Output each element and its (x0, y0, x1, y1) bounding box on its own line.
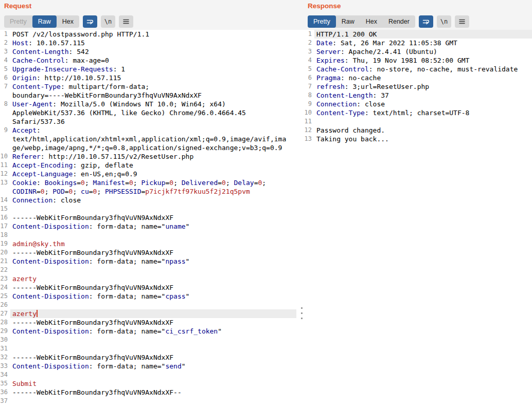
code-line: 2Date: Sat, 26 Mar 2022 11:05:38 GMT (304, 39, 532, 47)
response-tab-pretty[interactable]: Pretty (308, 15, 336, 28)
code-text: Content-Disposition: form-data; name="cp… (10, 292, 296, 301)
line-number: 17 (0, 222, 10, 231)
code-line: 13Taking you back... (304, 135, 532, 143)
code-text: ge/webp,image/apng,*/*;q=0.8,application… (10, 143, 296, 152)
code-line: AppleWebKit/537.36 (KHTML, like Gecko) C… (0, 108, 296, 117)
response-editor[interactable]: 1HTTP/1.1 200 OK2Date: Sat, 26 Mar 2022 … (304, 30, 532, 407)
request-title: Request (4, 2, 31, 10)
code-line: 12Password changed. (304, 126, 532, 135)
code-line: 28------WebKitFormBoundary3fhqVuVN9AxNdx… (0, 318, 296, 327)
request-tabbar: PrettyRawHex \n (4, 15, 133, 28)
code-text: Submit (10, 379, 296, 388)
code-line: 33Content-Disposition: form-data; name="… (0, 362, 296, 371)
code-text: User-Agent: Mozilla/5.0 (Windows NT 10.0… (10, 100, 296, 108)
code-text: azerty (10, 274, 296, 283)
code-text: Accept: (10, 126, 296, 135)
code-line: 21Content-Disposition: form-data; name="… (0, 257, 296, 266)
code-line: 7refresh: 3;url=ResetUser.php (304, 82, 532, 91)
code-text: Content-Disposition: form-data; name="un… (10, 222, 296, 231)
panel-splitter[interactable] (296, 30, 304, 407)
code-text: Content-Length: 37 (314, 91, 532, 100)
response-tab-render[interactable]: Render (383, 15, 415, 28)
response-tab-raw[interactable]: Raw (336, 15, 360, 28)
line-number: 10 (304, 108, 314, 117)
line-number: 11 (304, 117, 314, 126)
code-line: 3Server: Apache/2.4.41 (Ubuntu) (304, 47, 532, 56)
code-line: 16------WebKitFormBoundary3fhqVuVN9AxNdx… (0, 213, 296, 222)
line-number: 10 (0, 152, 10, 161)
response-title: Response (308, 2, 341, 10)
code-line: text/html,application/xhtml+xml,applicat… (0, 135, 296, 143)
code-line: 15 (0, 205, 296, 213)
line-number: 37 (0, 397, 10, 405)
code-line: 11Accept-Encoding: gzip, deflate (0, 161, 296, 170)
line-number: 6 (304, 73, 314, 82)
line-number: 7 (0, 82, 10, 91)
code-text: Referer: http://10.10.57.115/v2/ResetUse… (10, 152, 296, 161)
code-text: Date: Sat, 26 Mar 2022 11:05:38 GMT (314, 39, 532, 47)
code-text: AppleWebKit/537.36 (KHTML, like Gecko) C… (10, 108, 296, 117)
code-text: Expires: Thu, 19 Nov 1981 08:52:00 GMT (314, 56, 532, 65)
code-text: Connection: close (10, 196, 296, 205)
code-text (10, 344, 296, 353)
code-text: Safari/537.36 (10, 117, 296, 126)
code-text: Content-Disposition: form-data; name="np… (10, 257, 296, 266)
request-editor[interactable]: 1POST /v2/lostpassword.php HTTP/1.12Host… (0, 30, 296, 407)
code-text: Cache-Control: no-store, no-cache, must-… (314, 65, 532, 73)
response-tabbar: PrettyRawHexRender \n (308, 15, 469, 28)
code-text: refresh: 3;url=ResetUser.php (314, 82, 532, 91)
request-editor-menu-button[interactable] (119, 15, 133, 28)
response-tab-hex[interactable]: Hex (360, 15, 383, 28)
code-text: Upgrade-Insecure-Requests: 1 (10, 65, 296, 73)
line-number: 3 (0, 47, 10, 56)
code-line: 6Pragma: no-cache (304, 73, 532, 82)
line-number: 5 (0, 65, 10, 73)
code-line: 36------WebKitFormBoundary3fhqVuVN9AxNdx… (0, 388, 296, 397)
request-view-tabs: PrettyRawHex (4, 15, 79, 28)
request-wrap-toggle-button[interactable] (83, 15, 97, 28)
code-text: text/html,application/xhtml+xml,applicat… (10, 135, 296, 143)
code-line: 31 (0, 344, 296, 353)
code-text: boundary=----WebKitFormBoundary3fhqVuVN9… (10, 91, 296, 100)
code-text: Taking you back... (314, 135, 532, 143)
request-tab-pretty[interactable]: Pretty (4, 15, 32, 28)
code-text (10, 397, 296, 405)
line-number: 18 (0, 231, 10, 239)
request-tab-raw[interactable]: Raw (32, 15, 57, 28)
code-line: 7Content-Type: multipart/form-data; (0, 82, 296, 91)
code-text (10, 301, 296, 309)
code-text: admin@sky.thm (10, 239, 296, 248)
code-line: 19admin@sky.thm (0, 239, 296, 248)
request-tab-hex[interactable]: Hex (57, 15, 79, 28)
line-number: 6 (0, 73, 10, 82)
code-line: 23azerty (0, 274, 296, 283)
code-text: Content-Length: 542 (10, 47, 296, 56)
line-number: 11 (0, 161, 10, 170)
code-text: ------WebKitFormBoundary3fhqVuVN9AxNdxXF (10, 248, 296, 257)
line-number: 32 (0, 353, 10, 362)
code-text (10, 205, 296, 213)
code-text: HTTP/1.1 200 OK (314, 30, 532, 39)
code-line: CODINR=0; POD=0; cu=0; PHPSESSID=p7icjkf… (0, 187, 296, 196)
code-line: 8Content-Length: 37 (304, 91, 532, 100)
code-line: 24------WebKitFormBoundary3fhqVuVN9AxNdx… (0, 283, 296, 292)
code-line: 5Upgrade-Insecure-Requests: 1 (0, 65, 296, 73)
code-text: ------WebKitFormBoundary3fhqVuVN9AxNdxXF (10, 283, 296, 292)
line-number: 25 (0, 292, 10, 301)
response-show-newlines-button[interactable]: \n (437, 15, 451, 28)
request-panel: Request PrettyRawHex \n 1POST /v2/lostpa… (0, 0, 296, 407)
line-number: 9 (304, 100, 314, 108)
code-line: 5Cache-Control: no-store, no-cache, must… (304, 65, 532, 73)
code-line: 1POST /v2/lostpassword.php HTTP/1.1 (0, 30, 296, 39)
line-number: 30 (0, 336, 10, 344)
code-text: ------WebKitFormBoundary3fhqVuVN9AxNdxXF (10, 318, 296, 327)
line-number (0, 135, 10, 143)
response-wrap-toggle-button[interactable] (419, 15, 433, 28)
code-text: Origin: http://10.10.57.115 (10, 73, 296, 82)
line-number: 29 (0, 327, 10, 336)
line-number: 7 (304, 82, 314, 91)
code-line: 11 (304, 117, 532, 126)
request-show-newlines-button[interactable]: \n (101, 15, 115, 28)
response-editor-menu-button[interactable] (455, 15, 469, 28)
line-number: 27 (0, 309, 10, 318)
